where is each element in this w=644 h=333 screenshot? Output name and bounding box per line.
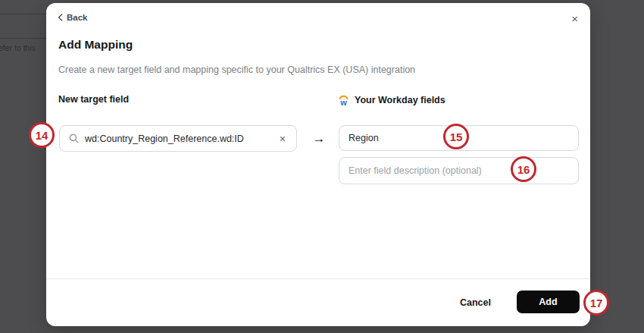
modal-subtitle: Create a new target field and mapping sp…	[58, 64, 415, 75]
cancel-button[interactable]: Cancel	[449, 292, 502, 313]
back-button[interactable]: Back	[58, 13, 88, 22]
background-partial-text: efer to this	[0, 43, 36, 52]
annotation-circle-14: 14	[29, 122, 55, 148]
arrow-right-icon: →	[311, 131, 327, 146]
add-button[interactable]: Add	[517, 291, 580, 313]
modal-title: Add Mapping	[58, 38, 133, 52]
background-divider	[0, 14, 46, 14]
close-icon[interactable]: ×	[567, 11, 583, 26]
workday-fields-header: w Your Workday fields	[338, 94, 445, 106]
field-description-input[interactable]	[339, 157, 579, 184]
background-divider	[0, 38, 46, 39]
add-mapping-modal: Back × Add Mapping Create a new target f…	[46, 3, 590, 326]
back-label: Back	[67, 13, 88, 22]
footer-divider	[46, 278, 590, 279]
workday-logo-icon: w	[338, 94, 349, 106]
dimmed-background-page: efer to this	[0, 0, 46, 333]
clear-icon[interactable]: ×	[278, 134, 287, 144]
target-field-search: ×	[59, 125, 297, 152]
new-target-field-header: New target field	[58, 94, 129, 105]
annotation-circle-17: 17	[583, 290, 609, 316]
annotation-circle-16: 16	[511, 156, 536, 182]
chevron-left-icon	[58, 14, 63, 21]
svg-text:w: w	[339, 98, 347, 107]
search-icon	[69, 134, 79, 143]
workday-fields-header-label: Your Workday fields	[355, 95, 445, 105]
target-field-input[interactable]	[85, 134, 272, 144]
annotation-circle-15: 15	[443, 124, 469, 149]
